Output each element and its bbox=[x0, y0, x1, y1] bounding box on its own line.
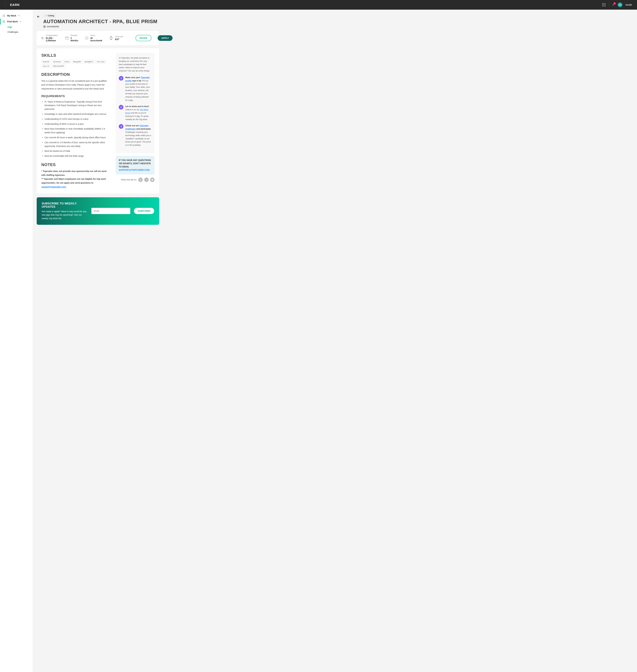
refer-button[interactable]: REFER bbox=[135, 35, 151, 41]
sidebar-label: Find Work bbox=[7, 20, 18, 23]
subscribe-email-input[interactable] bbox=[91, 208, 130, 214]
share-facebook-icon[interactable]: f bbox=[144, 178, 149, 182]
skill-tag: Java 1.8 bbox=[41, 64, 51, 68]
sidebar-item-find-work[interactable]: $ Find Work bbox=[0, 19, 33, 24]
skill-tag: Core Java bbox=[95, 60, 106, 63]
tip-item: 1Make sure your Topcoder profile says it… bbox=[119, 76, 151, 102]
requirement-item: Knowledge in Java and other backend tech… bbox=[41, 112, 111, 116]
dollar-icon bbox=[41, 36, 44, 40]
sidebar-item-challenges[interactable]: Challenges bbox=[0, 30, 33, 35]
tip-item: 2Let us know you're here! Check in on ou… bbox=[119, 105, 151, 121]
content-left: SKILLS ReactJSJavascriptOracleMangoDBSpr… bbox=[41, 53, 111, 189]
requirement-item: Must be comfortable with the Rate range bbox=[41, 154, 111, 158]
sidebar-item-my-work[interactable]: My Work bbox=[0, 13, 33, 19]
timezone-item: Timezone EST bbox=[109, 36, 123, 40]
header-right: 3 HA handle bbox=[602, 2, 632, 7]
duration-label: Duration bbox=[71, 34, 79, 37]
tip-number: 3 bbox=[119, 124, 123, 129]
brand-logo[interactable]: EARN bbox=[10, 3, 20, 7]
requirement-item: 3+ Years of React.js Experience. Typical… bbox=[41, 100, 111, 111]
requirement-item: Must be based out of India bbox=[41, 149, 111, 153]
clock-icon bbox=[85, 36, 88, 40]
skill-tag: ReactJS bbox=[41, 60, 51, 63]
location-text: ANYWHERE bbox=[47, 25, 59, 28]
arrow-left-icon bbox=[37, 15, 40, 18]
info-bar: Compensation $1,650 - 2,050/wee Duration… bbox=[37, 31, 159, 45]
skill-tag: SpringBoot bbox=[83, 60, 94, 63]
skill-tag: Oracle bbox=[63, 60, 71, 63]
requirements-list: 3+ Years of React.js Experience. Typical… bbox=[41, 100, 111, 158]
timezone-value: EST bbox=[115, 38, 123, 40]
tip-text: Let us know you're here! Check in on our… bbox=[125, 105, 151, 121]
notes-line-1: * Topcoder does not provide visa sponsor… bbox=[41, 170, 107, 176]
code-icon bbox=[45, 15, 47, 17]
compensation-item: Compensation $1,650 - 2,050/wee bbox=[41, 34, 59, 42]
user-handle[interactable]: handle bbox=[625, 4, 632, 6]
back-button[interactable] bbox=[37, 14, 40, 18]
subscribe-description: Not ready to apply? Want to stay tuned f… bbox=[42, 210, 88, 220]
share-twitter-icon[interactable] bbox=[150, 178, 154, 182]
hours-value: 40 hours/week bbox=[90, 37, 103, 42]
topcoder-profile-link[interactable]: Topcoder profile bbox=[125, 76, 150, 82]
tip-number: 1 bbox=[119, 76, 123, 81]
svg-line-2 bbox=[4, 22, 5, 22]
tips-panel: At Topcoder, we pride ourselves in bring… bbox=[116, 53, 154, 153]
requirement-item: Understanding of AWS or Azure is a plus bbox=[41, 122, 111, 126]
share-row: Share this job on: in f bbox=[116, 178, 154, 182]
duration-value: 2 Months bbox=[71, 37, 79, 42]
category-pill: Coding bbox=[43, 14, 56, 17]
user-avatar[interactable]: HA bbox=[618, 2, 622, 7]
requirement-item: Understanding of CI/CD and Devops is a p… bbox=[41, 117, 111, 121]
content-card: SKILLS ReactJSJavascriptOracleMangoDBSpr… bbox=[37, 48, 159, 193]
title-section: Coding AUTOMATION ARCHITECT - RPA, BLUE … bbox=[37, 14, 159, 28]
subscribe-banner: SUBSCRIBE TO WEEKLY UPDATES Not ready to… bbox=[37, 197, 159, 225]
calendar-icon bbox=[65, 36, 69, 40]
requirement-item: Can committ to 2-6 Months of time, varie… bbox=[41, 141, 111, 148]
location: ANYWHERE bbox=[43, 25, 157, 28]
contact-panel: IF YOU HAVE ANY QUESTIONS OR DOUBTS, DON… bbox=[116, 156, 154, 174]
main-content: Coding AUTOMATION ARCHITECT - RPA, BLUE … bbox=[33, 10, 163, 672]
notes-line-2a: ** Topcoder and Wipro employees are not … bbox=[41, 178, 106, 184]
apps-grid-icon[interactable] bbox=[602, 3, 605, 6]
share-linkedin-icon[interactable]: in bbox=[138, 178, 143, 182]
notes-heading: NOTES bbox=[41, 162, 111, 167]
svg-text:$: $ bbox=[3, 21, 4, 22]
globe-icon bbox=[43, 25, 46, 28]
notes-line-2b: . bbox=[66, 186, 67, 188]
svg-rect-0 bbox=[3, 15, 5, 17]
requirement-item: Must have immediate or near immediate av… bbox=[41, 127, 111, 134]
duration-item: Duration 2 Months bbox=[65, 34, 79, 42]
app-header: EARN 3 HA handle bbox=[0, 0, 637, 10]
watch-icon bbox=[109, 36, 113, 40]
apply-button[interactable]: APPLY bbox=[158, 35, 172, 41]
tip-item: 3Check out our Topcoder challenges and p… bbox=[119, 124, 151, 147]
subscribe-title: SUBSCRIBE TO WEEKLY UPDATES bbox=[42, 202, 88, 208]
topcoder-challenges-link[interactable]: Topcoder challenges bbox=[125, 125, 148, 130]
support-email-link[interactable]: support@topcoder.com bbox=[41, 186, 66, 188]
notifications-button[interactable]: 3 bbox=[612, 3, 615, 6]
tips-intro: At Topcoder, we pride ourselves in bring… bbox=[119, 56, 151, 73]
sidebar-label: My Work bbox=[7, 15, 16, 17]
skills-list: ReactJSJavascriptOracleMangoDBSpringBoot… bbox=[41, 60, 111, 68]
gig-work-forum-link[interactable]: Gig Work forum bbox=[125, 108, 148, 114]
requirement-item: Can commit 40 hours a week, typically du… bbox=[41, 136, 111, 139]
notes-content: * Topcoder does not provide visa sponsor… bbox=[41, 169, 111, 189]
contact-text: IF YOU HAVE ANY QUESTIONS OR DOUBTS, DON… bbox=[119, 159, 151, 168]
description-heading: DESCRIPTION bbox=[41, 72, 111, 77]
page-title: AUTOMATION ARCHITECT - RPA, BLUE PRISM bbox=[43, 19, 157, 24]
briefcase-icon bbox=[2, 14, 5, 17]
contact-email[interactable]: SUPPORT@TOPCODER.COM bbox=[119, 169, 149, 171]
sidebar-item-gigs[interactable]: Gigs bbox=[0, 24, 33, 30]
subscribe-button[interactable]: SUBSCRIBE bbox=[134, 208, 154, 214]
skills-heading: SKILLS bbox=[41, 53, 111, 58]
notification-badge: 3 bbox=[613, 2, 616, 5]
skill-tag: Javascript bbox=[52, 60, 62, 63]
hours-label: Hours bbox=[90, 34, 103, 37]
header-divider bbox=[608, 3, 609, 7]
compensation-label: Compensation bbox=[46, 34, 59, 37]
search-dollar-icon: $ bbox=[2, 20, 5, 23]
header-left: EARN bbox=[5, 3, 20, 7]
hours-item: Hours 40 hours/week bbox=[85, 34, 103, 42]
svg-rect-8 bbox=[66, 37, 68, 39]
chevron-down-icon bbox=[18, 15, 20, 17]
